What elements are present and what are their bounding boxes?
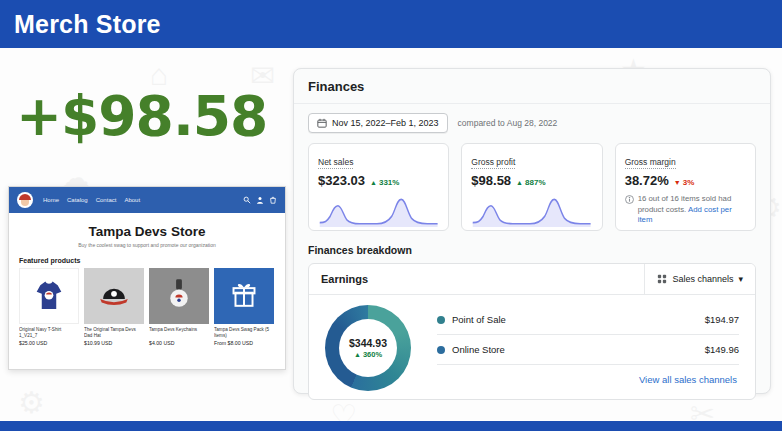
hat-product-image bbox=[84, 268, 144, 324]
store-navbar: Home Catalog Contact About bbox=[9, 187, 285, 213]
cart-icon[interactable] bbox=[269, 196, 277, 204]
increase-icon: ▲ bbox=[516, 179, 523, 186]
keychain-product-image bbox=[149, 268, 209, 324]
point-of-sale-label: Point of Sale bbox=[452, 314, 506, 325]
product-grid: Original Navy T-Shirt 1_V21_7 $25.00 USD… bbox=[9, 268, 285, 346]
net-sales-sparkline bbox=[318, 192, 439, 228]
store-logo-avatar[interactable] bbox=[17, 192, 33, 208]
product-card[interactable]: Tampa Devs Keychains $4.00 USD bbox=[149, 268, 209, 346]
date-filter-row: Nov 15, 2022–Feb 1, 2023 compared to Aug… bbox=[294, 104, 770, 141]
increase-icon: ▲ bbox=[370, 179, 377, 186]
legend-row-online-store[interactable]: Online Store $149.96 bbox=[437, 335, 739, 365]
online-store-label: Online Store bbox=[452, 344, 505, 355]
product-price: From $8.00 USD bbox=[214, 340, 274, 346]
net-sales-label: Net sales bbox=[318, 157, 353, 169]
product-price: $4.00 USD bbox=[149, 340, 209, 346]
metrics-row: Net sales $323.03 ▲331% Gross profit $98… bbox=[294, 141, 770, 231]
product-card[interactable]: The Original Tampa Devs Dad Hat $10.99 U… bbox=[84, 268, 144, 346]
finances-panel: Finances Nov 15, 2022–Feb 1, 2023 compar… bbox=[293, 68, 771, 394]
net-sales-card[interactable]: Net sales $323.03 ▲331% bbox=[308, 143, 449, 231]
product-name: Original Navy T-Shirt 1_V21_7 bbox=[19, 327, 79, 338]
highlight-amount: +$98.58 bbox=[16, 84, 266, 148]
online-store-dot bbox=[437, 346, 445, 354]
gross-margin-value: 38.72% bbox=[625, 173, 669, 188]
net-sales-value: $323.03 bbox=[318, 173, 365, 188]
store-nav-icons bbox=[243, 196, 277, 204]
calendar-icon bbox=[317, 118, 327, 128]
store-nav-contact[interactable]: Contact bbox=[96, 197, 117, 203]
increase-icon: ▲ bbox=[354, 351, 361, 358]
earnings-title: Earnings bbox=[309, 264, 380, 294]
gift-product-image bbox=[214, 268, 274, 324]
date-range-button[interactable]: Nov 15, 2022–Feb 1, 2023 bbox=[308, 113, 448, 133]
product-name: Tampa Devs Keychains bbox=[149, 327, 209, 338]
channels-grid-icon bbox=[657, 274, 667, 284]
gross-margin-delta: ▼3% bbox=[674, 178, 695, 187]
gross-profit-delta: ▲887% bbox=[516, 178, 545, 187]
gross-profit-card[interactable]: Gross profit $98.58 ▲887% bbox=[461, 143, 602, 231]
gross-profit-value: $98.58 bbox=[471, 173, 511, 188]
product-name: The Original Tampa Devs Dad Hat bbox=[84, 327, 144, 338]
finances-breakdown-label: Finances breakdown bbox=[294, 231, 770, 263]
sales-channels-dropdown[interactable]: Sales channels ▾ bbox=[644, 264, 755, 294]
point-of-sale-value: $194.97 bbox=[705, 314, 739, 325]
donut-center: $344.93 ▲360% bbox=[339, 319, 397, 377]
store-nav-about[interactable]: About bbox=[124, 197, 140, 203]
product-price: $10.99 USD bbox=[84, 340, 144, 346]
store-screenshot: Home Catalog Contact About bbox=[8, 186, 286, 370]
earnings-legend: Point of Sale $194.97 Online Store $149.… bbox=[437, 305, 739, 389]
view-all-sales-channels-link[interactable]: View all sales channels bbox=[639, 374, 737, 385]
featured-products-label: Featured products bbox=[19, 257, 275, 264]
online-store-value: $149.96 bbox=[705, 344, 739, 355]
page-canvas: ✉ ☁ ★ ⚙ ♡ ✂ ⚙ ⌂ Merch Store +$98.58 Home… bbox=[0, 0, 782, 431]
account-icon[interactable] bbox=[256, 196, 264, 204]
doodle-gear-icon: ⚙ bbox=[18, 385, 45, 420]
page-title: Merch Store bbox=[14, 10, 161, 39]
product-card[interactable]: Original Navy T-Shirt 1_V21_7 $25.00 USD bbox=[19, 268, 79, 346]
search-icon[interactable] bbox=[243, 196, 251, 204]
store-nav-home[interactable]: Home bbox=[43, 197, 59, 203]
earnings-donut-chart: $344.93 ▲360% bbox=[325, 305, 411, 391]
info-icon bbox=[625, 195, 634, 204]
gross-profit-label: Gross profit bbox=[471, 157, 515, 169]
net-sales-delta: ▲331% bbox=[370, 178, 399, 187]
gross-margin-card[interactable]: Gross margin 38.72% ▼3% 16 out of 16 ite… bbox=[615, 143, 756, 231]
gross-margin-label: Gross margin bbox=[625, 157, 676, 169]
point-of-sale-dot bbox=[437, 316, 445, 324]
product-name: Tampa Devs Swag Pack (5 Items) bbox=[214, 327, 274, 338]
store-nav-catalog[interactable]: Catalog bbox=[67, 197, 88, 203]
finances-title: Finances bbox=[294, 69, 770, 104]
gross-profit-sparkline bbox=[471, 192, 592, 228]
app-header: Merch Store bbox=[0, 0, 782, 48]
earnings-body: $344.93 ▲360% Point of Sale $194.97 bbox=[309, 295, 755, 399]
store-nav-links: Home Catalog Contact About bbox=[43, 197, 237, 203]
date-range-label: Nov 15, 2022–Feb 1, 2023 bbox=[332, 118, 439, 128]
earnings-total: $344.93 bbox=[349, 337, 387, 349]
store-title: Tampa Devs Store bbox=[9, 224, 285, 239]
gross-margin-note: 16 out of 16 items sold had product cost… bbox=[625, 194, 746, 226]
bottom-accent-bar bbox=[0, 421, 782, 431]
tshirt-product-image bbox=[19, 268, 79, 324]
decrease-icon: ▼ bbox=[674, 179, 681, 186]
product-card[interactable]: Tampa Devs Swag Pack (5 Items) From $8.0… bbox=[214, 268, 274, 346]
chevron-down-icon: ▾ bbox=[738, 274, 743, 284]
store-subtitle: Buy the coolest swag to support and prom… bbox=[9, 242, 285, 248]
compared-to-label: compared to Aug 28, 2022 bbox=[458, 118, 558, 128]
legend-row-point-of-sale[interactable]: Point of Sale $194.97 bbox=[437, 305, 739, 335]
earnings-total-delta: ▲360% bbox=[354, 350, 382, 359]
product-price: $25.00 USD bbox=[19, 340, 79, 346]
earnings-card: Earnings Sales channels ▾ $344.93 bbox=[308, 263, 756, 400]
earnings-header: Earnings Sales channels ▾ bbox=[309, 264, 755, 295]
